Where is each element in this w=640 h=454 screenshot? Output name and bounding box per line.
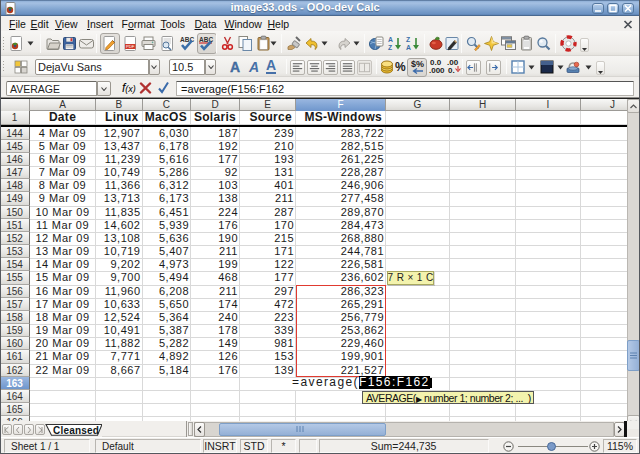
svg-text:A: A <box>388 36 393 43</box>
svg-text:ABC: ABC <box>199 36 213 43</box>
svg-text:PDF: PDF <box>126 44 135 49</box>
svg-text:Z: Z <box>406 36 410 43</box>
svg-text:Z: Z <box>388 44 392 51</box>
svg-text:A: A <box>406 44 411 51</box>
